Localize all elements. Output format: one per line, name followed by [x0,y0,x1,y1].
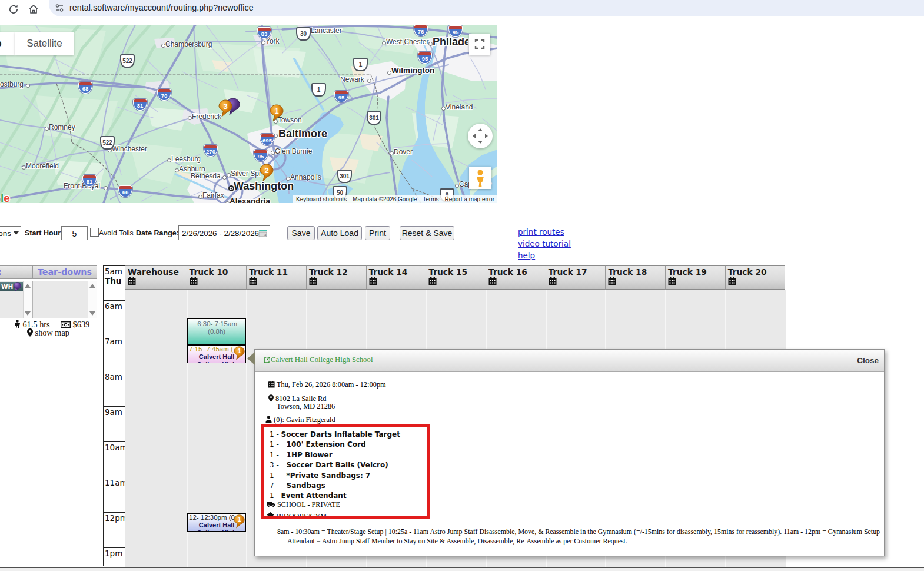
column-title: Warehouse [128,267,187,277]
close-button[interactable]: Close [857,356,879,365]
map-type-button[interactable]: p [0,32,15,55]
show-map-link[interactable]: show map [27,328,69,338]
map-city-label: West Chester [386,38,428,46]
time-label: 7am [104,336,126,371]
jobs-listbox[interactable]: WH ( [0,281,32,318]
help-link[interactable]: help [518,251,535,260]
url-bar[interactable]: rental.software/myaccount/routing.php?ne… [49,0,924,16]
map-city-label: Annapolis [290,173,321,181]
column-title: Truck 14 [369,267,426,277]
save-button[interactable]: Save [287,226,315,240]
teardowns-scrollbar[interactable] [88,281,97,318]
scroll-down-icon[interactable] [89,311,95,316]
keyboard-shortcuts-link[interactable]: Keyboard shortcuts [293,195,350,203]
column-header-truck-19[interactable]: Truck 19 [666,265,726,290]
item-name: Event Attendant [281,492,347,500]
print-routes-link[interactable]: print routes [518,227,564,237]
tune-icon[interactable] [54,2,65,14]
fullscreen-icon [469,34,490,55]
pegman-control[interactable] [469,167,491,189]
map-city-label: York [265,37,280,45]
map-city-dot [26,84,30,88]
report-map-error-link[interactable]: Report a map error [442,195,497,203]
map-city-label: Vineland [446,103,473,111]
popup-location-type: INDOORS/GYM [267,512,327,521]
satellite-button[interactable]: Satellite [15,32,74,55]
date-range-input[interactable]: 2/26/2026 - 2/28/2026 3 [178,225,270,240]
map-city-dot [261,41,265,45]
column-header-truck-14[interactable]: Truck 14 [367,265,427,290]
event-popup: Calvert Hall College High School Close T… [254,349,885,556]
column-title: Truck 20 [728,267,785,277]
avoid-tolls-checkbox[interactable] [90,228,99,237]
terms-link[interactable]: Terms [420,195,441,203]
column-header-truck-15[interactable]: Truck 15 [426,265,486,290]
popup-category: SCHOOL - PRIVATE [267,500,340,509]
map-city-label: Romney [49,123,75,131]
column-header-truck-18[interactable]: Truck 18 [606,265,666,290]
event-marker-icon: 1 [234,514,245,530]
schedule-event[interactable]: 12- 12:30pm (0Calvert HallCollege High 1 [187,513,246,532]
item-qty: 1 - [270,451,281,459]
popup-title[interactable]: Calvert Hall College High School [271,356,373,364]
auto-load-button[interactable]: Auto Load [317,226,362,240]
schedule-event[interactable]: 7:15- 7:45am (Calvert HallCollege High 1 [187,345,246,363]
datepicker-icon[interactable]: 3 [258,228,267,237]
column-header-truck-10[interactable]: Truck 10 [187,265,247,290]
home-icon[interactable] [28,4,39,15]
column-title: Truck 16 [488,267,546,277]
popup-note: 8am - 10:30am = Theater/Stage Setup | 10… [277,527,889,546]
schedule-event[interactable]: 6:30- 7:15am(0.8h) [187,318,246,345]
us-route-shield: 301 [337,170,352,183]
map-city-label: Glen Burnie [275,147,312,155]
pan-control[interactable] [468,124,493,148]
us-route-shield: 1 [353,58,368,71]
video-tutorial-link[interactable]: video tutorial [518,239,571,248]
map[interactable]: ChambersburgLancasterYorkWest ChesterPhi… [0,25,497,203]
map-city-dot [161,44,165,48]
popup-item-list: 1 - Soccer Darts Inflatable Target1 - 10… [270,430,400,502]
reload-icon[interactable] [8,4,19,15]
truck-icon [267,501,275,507]
item-qty: 1 - [270,492,281,500]
map-city-label: Newark [340,75,364,84]
column-header-truck-20[interactable]: Truck 20 [726,265,786,290]
item-name: Soccer Darts Inflatable Target [281,430,400,439]
time-label: 8am [104,371,126,407]
map-city-label: Winchester [112,145,147,153]
start-hour-input[interactable]: 5 [61,226,88,240]
map-city-dot [175,168,179,172]
column-header-truck-17[interactable]: Truck 17 [546,265,606,290]
map-city-dot [455,184,459,188]
map-city-dot [441,107,446,111]
column-header-truck-11[interactable]: Truck 11 [247,265,307,290]
pin-icon [27,328,33,337]
map-city-label: Dover [394,148,413,156]
column-header-truck-16[interactable]: Truck 16 [486,265,546,290]
external-link-icon[interactable] [264,357,270,363]
scroll-up-icon[interactable] [89,284,95,288]
popup-item: 1 - *Private Sandbags: 7 [270,472,400,482]
options-select[interactable]: ons [0,226,21,240]
column-header-warehouse[interactable]: Warehouse [125,265,187,290]
url-text: rental.software/myaccount/routing.php?ne… [69,3,254,12]
tab-tear-downs[interactable]: Tear-downs [32,265,97,279]
popup-item: 3 - Soccer Dart Balls (Velcro) [270,461,400,471]
teardowns-listbox[interactable] [32,281,97,318]
tab-partial-left[interactable]: : [0,265,32,279]
fullscreen-button[interactable] [469,34,490,55]
popup-item: 7 - Sandbags [270,482,400,492]
map-city-dot [188,116,192,120]
jobs-scrollbar[interactable] [23,281,32,318]
print-button[interactable]: Print [365,226,390,240]
time-label: 1pm [104,548,126,566]
column-header-truck-12[interactable]: Truck 12 [307,265,367,290]
calendar-icon [268,381,275,388]
event-time: 6:30- 7:15am [188,319,245,328]
scroll-down-icon[interactable] [25,311,31,316]
reset-save-button[interactable]: Reset & Save [400,226,454,240]
scroll-up-icon[interactable] [25,284,31,288]
item-name: 1HP Blower [281,451,333,459]
horizontal-scrollbar[interactable] [0,567,924,571]
column-title: Truck 12 [309,267,366,277]
